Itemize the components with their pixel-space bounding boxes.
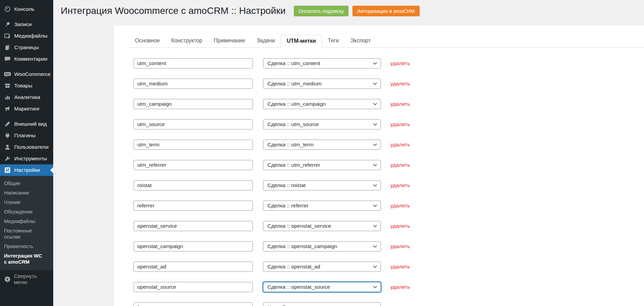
chevron-down-icon: [373, 225, 377, 228]
mapping-select-value: Не выбрано: [267, 304, 297, 306]
tab-export[interactable]: Экспорт: [345, 35, 377, 47]
mapping-select[interactable]: Сделка :: openstat_ad: [263, 262, 381, 272]
sidebar-item-woocommerce[interactable]: Woo WooCommerce: [0, 68, 53, 80]
mapping-select[interactable]: Сделка :: utm_campaign: [263, 99, 381, 109]
utm-row: Сделка :: utm_referrer удалить: [134, 160, 644, 170]
mapping-select[interactable]: Не выбрано: [263, 302, 381, 306]
utm-row: Сделка :: openstat_service удалить: [134, 221, 644, 231]
delete-row-link[interactable]: удалить: [390, 60, 410, 66]
sidebar-item-plugins[interactable]: Плагины: [0, 130, 53, 141]
products-icon: [3, 82, 12, 89]
submenu-item-permalinks[interactable]: Постоянные ссылки: [0, 226, 53, 242]
admin-sidebar: Консоль Записи Медиафайлы Страницы Комме…: [0, 0, 53, 306]
mapping-select-value: Сделка :: openstat_service: [267, 223, 331, 229]
mapping-select[interactable]: Сделка :: roistat: [263, 180, 381, 190]
utm-param-input[interactable]: [134, 140, 253, 150]
utm-param-input[interactable]: [134, 180, 253, 190]
chevron-down-icon: [373, 62, 377, 65]
sidebar-item-settings[interactable]: Настройки: [0, 164, 53, 176]
tab-note[interactable]: Примечание: [208, 35, 251, 47]
utm-param-input[interactable]: [134, 241, 253, 251]
sidebar-item-analytics[interactable]: Аналитика: [0, 91, 53, 103]
pay-subscription-button[interactable]: Оплатить подписку: [294, 6, 349, 16]
submenu-item-media[interactable]: Медиафайлы: [0, 217, 53, 226]
tab-tags[interactable]: Теги: [322, 35, 345, 47]
users-icon: [3, 143, 12, 151]
mapping-select[interactable]: Сделка :: utm_source: [263, 119, 381, 129]
sidebar-item-label: WooCommerce: [14, 71, 51, 77]
utm-row: Сделка :: utm_term удалить: [134, 140, 644, 150]
submenu-item-discussion[interactable]: Обсуждение: [0, 207, 53, 217]
delete-row-link[interactable]: удалить: [390, 162, 410, 168]
mapping-select-value: Сделка :: openstat_source: [267, 284, 330, 290]
utm-rows-list: Сделка :: utm_content удалить Сделка :: …: [114, 48, 644, 306]
sidebar-item-dashboard[interactable]: Консоль: [0, 3, 53, 15]
utm-param-input[interactable]: [134, 79, 253, 89]
utm-param-input[interactable]: [134, 282, 253, 292]
sidebar-item-label: Комментарии: [14, 56, 47, 62]
mapping-select-focused[interactable]: Сделка :: openstat_source: [263, 282, 381, 292]
mapping-select[interactable]: Сделка :: referrer: [263, 201, 381, 211]
comments-icon: [3, 55, 12, 63]
delete-row-link[interactable]: удалить: [390, 284, 410, 290]
amocrm-auth-button[interactable]: Авторизация в amoCRM: [353, 6, 419, 16]
sidebar-item-appearance[interactable]: Внешний вид: [0, 118, 53, 130]
collapse-menu-button[interactable]: Свернуть меню: [0, 273, 53, 285]
mapping-select-value: Сделка :: utm_source: [267, 121, 319, 127]
delete-row-link[interactable]: удалить: [390, 121, 410, 127]
sidebar-item-comments[interactable]: Комментарии: [0, 53, 53, 65]
sidebar-item-posts[interactable]: Записи: [0, 19, 53, 30]
utm-param-input[interactable]: [134, 160, 253, 170]
appearance-icon: [3, 120, 12, 128]
chevron-down-icon: [373, 204, 377, 207]
submenu-item-reading[interactable]: Чтение: [0, 198, 53, 207]
sidebar-item-label: Аналитика: [14, 94, 40, 100]
submenu-item-writing[interactable]: Написание: [0, 188, 53, 198]
utm-param-input[interactable]: [134, 201, 253, 211]
tools-icon: [3, 155, 12, 162]
sidebar-item-marketing[interactable]: Маркетинг: [0, 103, 53, 115]
delete-row-link[interactable]: удалить: [390, 101, 410, 107]
mapping-select[interactable]: Сделка :: utm_referrer: [263, 160, 381, 170]
delete-row-link[interactable]: удалить: [390, 264, 410, 270]
tab-utm-labels[interactable]: UTM-метки: [281, 35, 322, 48]
utm-param-input[interactable]: [134, 221, 253, 231]
submenu-item-wc-amocrm-integration[interactable]: Интеграция WC с amoCRM: [0, 251, 47, 267]
chevron-down-icon: [373, 286, 377, 289]
utm-param-input[interactable]: [134, 119, 253, 129]
sidebar-item-users[interactable]: Пользователи: [0, 141, 53, 153]
delete-row-link[interactable]: удалить: [390, 203, 410, 209]
delete-row-link[interactable]: удалить: [390, 223, 410, 229]
mapping-select-value: Сделка :: openstat_campaign: [267, 243, 337, 249]
sidebar-item-label: Инструменты: [14, 156, 47, 162]
tab-constructor[interactable]: Конструктор: [165, 35, 208, 47]
dashboard-icon: [3, 5, 12, 13]
mapping-select[interactable]: Сделка :: utm_medium: [263, 79, 381, 89]
delete-row-link[interactable]: удалить: [390, 182, 410, 188]
submenu-item-privacy[interactable]: Приватность: [0, 242, 53, 251]
delete-row-link[interactable]: удалить: [390, 81, 410, 87]
sidebar-item-products[interactable]: Товары: [0, 80, 53, 91]
utm-row: Сделка :: roistat удалить: [134, 180, 644, 190]
mapping-select[interactable]: Сделка :: openstat_campaign: [263, 241, 381, 251]
delete-row-link[interactable]: удалить: [390, 142, 410, 148]
utm-row: Сделка :: openstat_source удалить: [134, 282, 644, 292]
utm-param-input[interactable]: [134, 99, 253, 109]
tab-main[interactable]: Основное: [129, 35, 165, 47]
mapping-select[interactable]: Сделка :: utm_term: [263, 140, 381, 150]
tab-bar: Основное Конструктор Примечание Задачи U…: [129, 35, 644, 48]
delete-row-link[interactable]: удалить: [390, 243, 410, 249]
utm-param-input[interactable]: [134, 302, 253, 306]
sidebar-item-media[interactable]: Медиафайлы: [0, 30, 53, 42]
tab-tasks[interactable]: Задачи: [251, 35, 281, 47]
delete-row-link[interactable]: удалить: [390, 304, 410, 306]
sidebar-item-pages[interactable]: Страницы: [0, 42, 53, 53]
mapping-select[interactable]: Сделка :: utm_content: [263, 58, 381, 68]
mapping-select-value: Сделка :: utm_content: [267, 60, 320, 66]
utm-param-input[interactable]: [134, 262, 253, 272]
sidebar-item-label: Консоль: [14, 6, 35, 12]
sidebar-item-tools[interactable]: Инструменты: [0, 153, 53, 164]
mapping-select[interactable]: Сделка :: openstat_service: [263, 221, 381, 231]
utm-param-input[interactable]: [134, 58, 253, 68]
submenu-item-general[interactable]: Общие: [0, 179, 53, 188]
